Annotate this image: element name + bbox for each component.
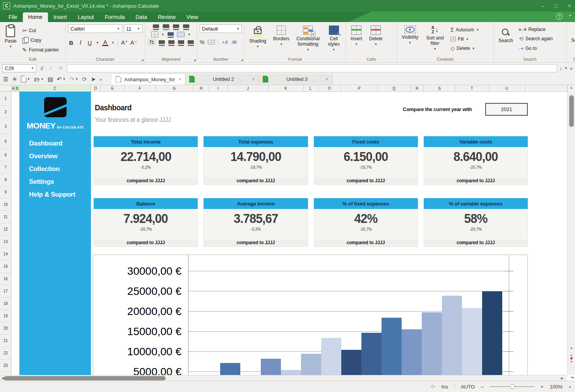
scroll-down-icon[interactable]: ▼ [568, 347, 575, 350]
select-all-corner[interactable] [0, 85, 12, 91]
document-tab-3[interactable]: Untitled 3× [259, 74, 332, 85]
conditional-formatting-button[interactable]: Conditional formatting▼ [294, 24, 322, 53]
search-again-button[interactable]: ⟲Search again [518, 35, 554, 43]
zoom-level[interactable]: 100% [550, 384, 563, 390]
visibility-button[interactable]: Visibility▼ [399, 24, 421, 46]
row-header-6[interactable]: 6 [0, 149, 11, 161]
scroll-up-icon[interactable]: ▲ [568, 86, 575, 89]
row-header-13[interactable]: 13 [0, 236, 11, 248]
split-view-icon[interactable]: ⊣▸ [570, 375, 574, 379]
next-sheet-icon[interactable]: ▼ [570, 360, 573, 363]
row-header-15[interactable]: 15 [0, 260, 11, 273]
insert-cells-button[interactable]: Insert▼ [348, 24, 365, 47]
pan-hand-icon[interactable]: ✳ [12, 76, 17, 83]
autosum-button[interactable]: ΣAutosum▼ [449, 26, 480, 34]
cell-styles-button[interactable]: Cell styles▼ [324, 24, 343, 53]
row-header-19[interactable]: 19 [0, 310, 11, 322]
row-header-2[interactable]: 2 [0, 106, 11, 118]
row-header-11[interactable]: 11 [0, 211, 11, 223]
add-decimal-icon[interactable]: +.0 [222, 40, 228, 45]
undo-icon[interactable]: ↶▼ [57, 76, 66, 83]
cell-reference-box[interactable]: C29▼ [2, 64, 36, 72]
sidebar-toggle-icon[interactable]: ☰ [3, 76, 8, 83]
menu-item-insert[interactable]: Insert [48, 12, 72, 22]
column-header-U[interactable]: U [488, 85, 525, 91]
cell-border-icon[interactable] [151, 31, 158, 38]
sidebar-item-collection[interactable]: Collection [29, 165, 91, 173]
row-header-16[interactable]: 16 [0, 273, 11, 285]
tab-close-icon[interactable]: × [252, 77, 255, 82]
align-justify-icon[interactable] [188, 40, 194, 45]
column-header-F[interactable]: F [125, 85, 156, 91]
formula-input[interactable] [67, 64, 557, 72]
column-header-blank[interactable] [525, 85, 567, 91]
confirm-icon[interactable]: ✓ [47, 65, 55, 71]
underline-button[interactable]: U [87, 39, 93, 46]
row-header-18[interactable]: 18 [0, 298, 11, 310]
column-header-R[interactable]: R [411, 85, 423, 91]
pointer-icon[interactable]: ➤ [91, 76, 96, 83]
row-header-21[interactable]: 21 [0, 335, 11, 347]
record-dot-icon[interactable] [570, 357, 573, 359]
sidebar-item-dashboard[interactable]: Dashboard [29, 140, 91, 147]
formula-bar-overflow-icon[interactable]: » [570, 65, 573, 71]
toolbar-overflow-icon[interactable]: » [99, 77, 102, 82]
column-header-G[interactable]: G [156, 85, 193, 91]
font-color-button[interactable]: A [102, 39, 108, 46]
column-header-T[interactable]: T [456, 85, 488, 91]
menu-item-home[interactable]: Home [23, 12, 48, 22]
sidebar-item-help-support[interactable]: Help & Support [29, 191, 91, 199]
delete-contents-button[interactable]: ◇Delete▼ [449, 45, 480, 52]
zoom-slider[interactable] [490, 386, 534, 387]
number-format-select[interactable]: Default▼ [200, 24, 242, 33]
borders-button[interactable]: Borders▼ [271, 24, 292, 47]
font-size-select[interactable]: 11▼ [124, 24, 142, 33]
paste-button[interactable]: Paste▼ [2, 24, 19, 50]
format-painter-button[interactable]: ✎Format painter [21, 46, 60, 54]
horizontal-scroll-thumb[interactable] [4, 376, 166, 380]
goto-button[interactable]: ⇢Go to [518, 45, 554, 52]
column-header-O[interactable]: O [318, 85, 341, 91]
help-icon[interactable]: ? [556, 13, 563, 20]
new-document-icon[interactable]: ▼ [21, 76, 30, 82]
column-header-H[interactable]: H [193, 85, 209, 91]
sidebar-item-overview[interactable]: Overview [29, 152, 91, 160]
replace-button[interactable]: a→bReplace [518, 26, 554, 33]
row-header-8[interactable]: 8 [0, 174, 11, 186]
menu-item-data[interactable]: Data [130, 12, 152, 22]
column-header-A[interactable]: A [12, 85, 15, 91]
font-family-select[interactable]: Calibri▼ [68, 24, 122, 33]
align-right-icon[interactable] [178, 40, 184, 45]
formula-bar-resize-icon[interactable]: ↕ [560, 65, 562, 71]
menu-item-file[interactable]: File [3, 12, 23, 22]
row-header-17[interactable]: 17 [0, 285, 11, 298]
menu-item-view[interactable]: View [181, 12, 204, 22]
row-header-23[interactable]: 23 [0, 359, 11, 372]
zoom-slider-thumb[interactable] [510, 384, 515, 389]
copy-button[interactable]: Copy [21, 36, 60, 44]
align-middle-icon[interactable] [163, 24, 169, 29]
column-header-P[interactable]: P [341, 85, 378, 91]
column-header-D[interactable]: D [91, 85, 101, 91]
status-refresh-icon[interactable]: ⟳ [431, 384, 435, 390]
prev-sheet-icon[interactable]: ▲ [570, 354, 573, 356]
column-header-C[interactable]: C [19, 85, 91, 91]
tab-close-icon[interactable]: × [325, 77, 328, 82]
minimize-button[interactable]: – [542, 3, 545, 9]
scroll-right-icon[interactable]: ▶ [560, 377, 565, 380]
menu-item-layout[interactable]: Layout [72, 12, 99, 22]
grow-font-button[interactable]: A⁺ [121, 39, 127, 46]
close-button[interactable]: × [568, 3, 571, 9]
sidebar-item-settings[interactable]: Settings [29, 178, 91, 186]
shading-button[interactable]: Shading▼ [247, 24, 269, 50]
maximize-button[interactable]: □ [554, 3, 558, 9]
menu-item-review[interactable]: Review [152, 12, 181, 22]
collapse-ribbon-icon[interactable]: ⌃ [568, 14, 572, 19]
column-header-I[interactable]: I [209, 85, 228, 91]
row-header-3[interactable]: 3 [0, 118, 11, 134]
align-left-icon[interactable] [159, 40, 165, 45]
currency-icon[interactable] [208, 40, 215, 45]
row-header-22[interactable]: 22 [0, 347, 11, 359]
zoom-out-icon[interactable]: – [481, 384, 484, 390]
menu-item-formula[interactable]: Formula [99, 12, 130, 22]
